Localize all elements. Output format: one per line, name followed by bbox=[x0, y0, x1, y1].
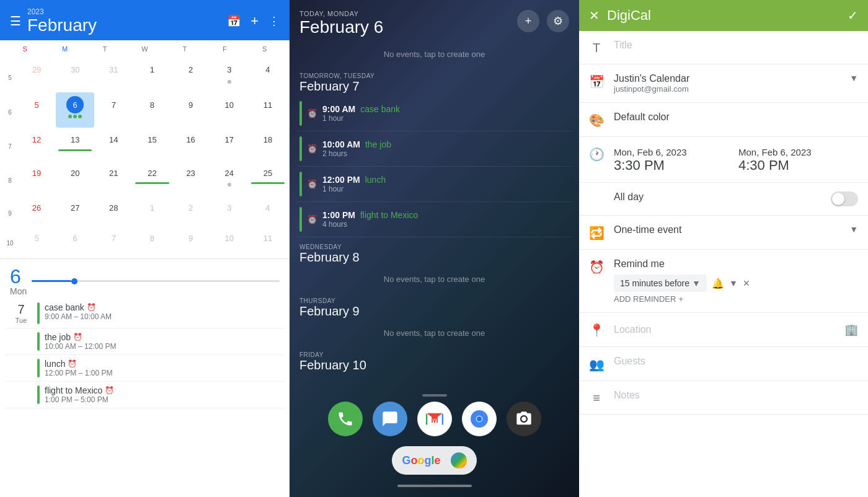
reminder-pill-arrow[interactable]: ▼ bbox=[692, 278, 701, 288]
mid-no-events-wed[interactable]: No events, tap to create one bbox=[297, 267, 572, 291]
cal-day-mar3[interactable]: 3 bbox=[210, 196, 249, 226]
cal-day-5[interactable]: 5 bbox=[17, 92, 56, 128]
cal-day-3[interactable]: 3 bbox=[210, 58, 249, 93]
event-item-thejob[interactable]: the job ⏰ 10:00 AM – 12:00 PM bbox=[5, 328, 285, 355]
cal-day-13[interactable]: 13 bbox=[56, 128, 94, 161]
dock-phone-icon[interactable] bbox=[328, 402, 363, 436]
cal-day-16[interactable]: 16 bbox=[172, 128, 210, 161]
guests-field-content: Guests bbox=[614, 356, 858, 367]
svg-rect-0 bbox=[426, 414, 427, 425]
cal-day-mar8[interactable]: 8 bbox=[133, 226, 171, 256]
dock-camera-icon[interactable] bbox=[507, 402, 541, 436]
mid-event-thejob[interactable]: ⏰ 10:00 AM the job 2 hours bbox=[297, 131, 572, 167]
mid-clock-thejob: ⏰ bbox=[307, 144, 317, 154]
mid-settings-icon[interactable]: ⚙ bbox=[547, 10, 569, 32]
mid-add-icon[interactable]: + bbox=[517, 10, 539, 32]
cal-day-18[interactable]: 18 bbox=[249, 128, 287, 161]
mid-date-info: TODAY, MONDAY February 6 bbox=[299, 10, 383, 37]
cal-day-12[interactable]: 12 bbox=[17, 128, 56, 161]
title-field-label[interactable]: Title bbox=[614, 40, 858, 51]
cal-day-6-today[interactable]: 6 bbox=[56, 92, 94, 128]
cal-day-17[interactable]: 17 bbox=[210, 128, 249, 161]
event-title-lunch: lunch ⏰ bbox=[45, 359, 280, 369]
end-time-val[interactable]: 4:30 PM bbox=[738, 157, 858, 174]
cal-day-4[interactable]: 4 bbox=[249, 58, 287, 93]
start-date-val[interactable]: Mon, Feb 6, 2023 bbox=[614, 147, 733, 157]
mid-no-events-today[interactable]: No events, tap to create one bbox=[297, 42, 572, 66]
cal-day-mar6[interactable]: 6 bbox=[56, 226, 94, 256]
cal-day-mar1[interactable]: 1 bbox=[133, 196, 171, 226]
cal-day-mar2[interactable]: 2 bbox=[172, 196, 210, 226]
mid-event-details-casebank: 9:00 AM case bank 1 hour bbox=[322, 104, 400, 123]
event-item-casebank[interactable]: 7 Tue case bank ⏰ 9:00 AM – 10:00 AM bbox=[5, 299, 285, 328]
hamburger-icon[interactable]: ☰ bbox=[10, 14, 21, 29]
dock-chrome-icon[interactable] bbox=[462, 402, 497, 436]
notes-field-content: Notes bbox=[614, 390, 858, 401]
mid-event-lunch[interactable]: ⏰ 12:00 PM lunch 1 hour bbox=[297, 167, 572, 202]
cal-day-1[interactable]: 1 bbox=[133, 58, 171, 93]
cal-day-7[interactable]: 7 bbox=[94, 92, 133, 128]
cal-day-23[interactable]: 23 bbox=[172, 161, 210, 196]
google-search-bar[interactable]: Google bbox=[392, 446, 476, 475]
mid-event-casebank[interactable]: ⏰ 9:00 AM case bank 1 hour bbox=[297, 96, 572, 131]
cal-day-27[interactable]: 27 bbox=[56, 196, 94, 226]
cal-day-mar4[interactable]: 4 bbox=[249, 196, 287, 226]
allday-toggle[interactable] bbox=[831, 191, 858, 206]
notes-label[interactable]: Notes bbox=[614, 390, 858, 401]
cal-day-11[interactable]: 11 bbox=[249, 92, 287, 128]
reminder-bell-icon[interactable]: 🔔 bbox=[712, 278, 724, 289]
cal-day-2[interactable]: 2 bbox=[172, 58, 210, 93]
add-event-icon[interactable]: + bbox=[250, 13, 259, 29]
cal-day-19[interactable]: 19 bbox=[17, 161, 56, 196]
reminder-bell-dropdown[interactable]: ▼ bbox=[729, 278, 738, 288]
notes-field-row: ≡ Notes bbox=[579, 381, 868, 415]
add-reminder-button[interactable]: ADD REMINDER + bbox=[614, 292, 858, 304]
cal-day-9[interactable]: 9 bbox=[172, 92, 210, 128]
start-time-val[interactable]: 3:30 PM bbox=[614, 157, 733, 174]
cal-day-26[interactable]: 26 bbox=[17, 196, 56, 226]
dock-gmail-icon[interactable]: M bbox=[417, 402, 452, 436]
cal-day-21[interactable]: 21 bbox=[94, 161, 133, 196]
location-label[interactable]: Location bbox=[614, 324, 835, 335]
cal-day-jan30[interactable]: 30 bbox=[56, 58, 94, 93]
recurrence-value[interactable]: One-time event bbox=[614, 224, 839, 235]
event-time-lunch: 12:00 PM – 1:00 PM bbox=[45, 369, 280, 377]
cal-day-20[interactable]: 20 bbox=[56, 161, 94, 196]
cal-day-mar9[interactable]: 9 bbox=[172, 226, 210, 256]
dock-apps: M bbox=[318, 402, 551, 436]
reminder-pill[interactable]: 15 minutes before ▼ bbox=[614, 275, 707, 292]
reminder-remove-icon[interactable]: ✕ bbox=[743, 278, 750, 288]
day-view-header: 6 Mon bbox=[0, 262, 290, 299]
cal-day-jan29[interactable]: 29 bbox=[17, 58, 56, 93]
cal-day-10[interactable]: 10 bbox=[210, 92, 249, 128]
end-date-val[interactable]: Mon, Feb 6, 2023 bbox=[738, 147, 858, 157]
cal-day-24[interactable]: 24 bbox=[210, 161, 249, 196]
cal-day-14[interactable]: 14 bbox=[94, 128, 133, 161]
mid-event-flight[interactable]: ⏰ 1:00 PM flight to Mexico 4 hours bbox=[297, 202, 572, 237]
calendar-view-icon[interactable]: 📅 bbox=[227, 14, 241, 28]
cal-day-28[interactable]: 28 bbox=[94, 196, 133, 226]
google-assistant-icon[interactable] bbox=[451, 452, 467, 468]
cal-day-25[interactable]: 25 bbox=[249, 161, 287, 196]
cal-day-15[interactable]: 15 bbox=[133, 128, 171, 161]
cal-day-mar7[interactable]: 7 bbox=[94, 226, 133, 256]
mid-no-events-thu[interactable]: No events, tap to create one bbox=[297, 321, 572, 345]
event-item-lunch[interactable]: lunch ⏰ 12:00 PM – 1:00 PM bbox=[5, 355, 285, 382]
check-button[interactable]: ✓ bbox=[848, 8, 858, 23]
calendar-dropdown-arrow[interactable]: ▼ bbox=[849, 73, 858, 83]
cal-day-mar10[interactable]: 10 bbox=[210, 226, 249, 256]
cal-day-22[interactable]: 22 bbox=[133, 161, 171, 196]
cal-day-jan31[interactable]: 31 bbox=[94, 58, 133, 93]
recurrence-dropdown-arrow[interactable]: ▼ bbox=[849, 224, 858, 234]
close-button[interactable]: ✕ bbox=[589, 8, 600, 23]
alarm-icon-flight: ⏰ bbox=[105, 386, 114, 395]
cal-day-mar5[interactable]: 5 bbox=[17, 226, 56, 256]
mid-event-name-thejob: the job bbox=[365, 139, 391, 149]
more-options-icon[interactable]: ⋮ bbox=[268, 14, 280, 28]
dock-chat-icon[interactable] bbox=[373, 402, 407, 436]
cal-day-mar11[interactable]: 11 bbox=[249, 226, 287, 256]
guests-label[interactable]: Guests bbox=[614, 356, 858, 367]
event-item-flight[interactable]: flight to Mexico ⏰ 1:00 PM – 5:00 PM bbox=[5, 382, 285, 408]
cal-day-8[interactable]: 8 bbox=[133, 92, 171, 128]
reminder-section: ⏰ Remind me 15 minutes before ▼ 🔔 ▼ ✕ AD… bbox=[579, 250, 868, 313]
